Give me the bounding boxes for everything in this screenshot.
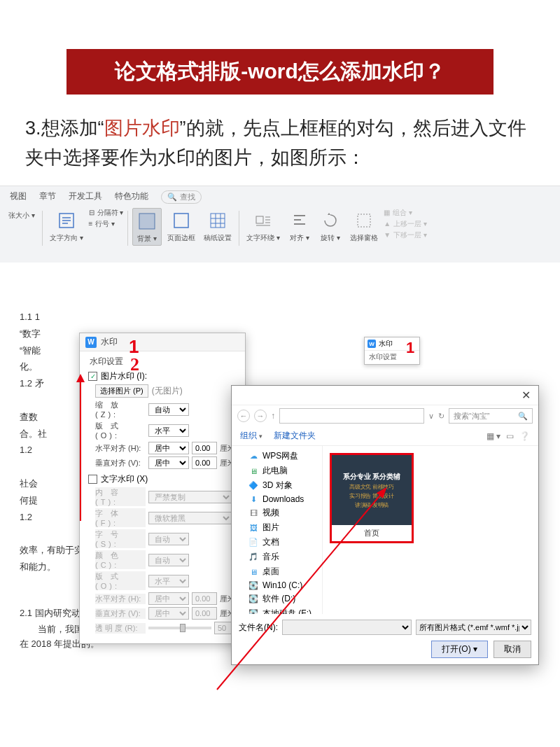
ribbon-divider-3 [239, 211, 239, 246]
nav-item-label: 文档 [262, 536, 279, 548]
page-border-icon [170, 209, 192, 232]
select-valign[interactable]: 居中 [148, 456, 189, 469]
rg-pageborder-label: 页面边框 [167, 233, 195, 243]
field-zoom: 缩 放 (Z): 自动 [95, 400, 239, 419]
ribbon-tab-dev[interactable]: 开发工具 [69, 190, 102, 204]
nav-item-icon: 🖥 [248, 466, 258, 476]
rg-rotate[interactable]: 旋转 ▾ [316, 208, 344, 244]
rg-textdir-label: 文字方向 ▾ [50, 233, 83, 243]
nav-item-2[interactable]: 🔷3D 对象 [232, 478, 322, 493]
ribbon-tab-chapter[interactable]: 章节 [39, 190, 56, 204]
rg-textdir[interactable]: 文字方向 ▾ [47, 208, 86, 244]
nav-item-11[interactable]: 💽本地磁盘 (F:) [232, 606, 322, 614]
rg-size[interactable]: 张大小 ▾ [6, 208, 38, 222]
filename-input[interactable] [282, 620, 412, 635]
checkbox-text-watermark[interactable]: ✓ 文字水印 (X) [88, 473, 239, 485]
watermark-dialog: W 水印 水印设置 ✓ 图片水印 (I): 选择图片 (P) (无图片) 缩 放… [79, 333, 246, 644]
input-valign-val[interactable] [192, 456, 217, 469]
rg-separator[interactable]: ⊟分隔符 ▾ [89, 208, 124, 218]
nav-back-button[interactable]: ← [237, 410, 250, 422]
rg-grid-label: 稿纸设置 [204, 233, 232, 243]
group-icon: ▦ [384, 209, 390, 216]
file-thumbnail-selected[interactable]: 系分专业 系分类辅 高级文凭 前移技巧 实习报告 简历设计 讲演稿 发明稿 首页 [330, 453, 414, 543]
svg-rect-3 [211, 214, 225, 228]
rg-wrap[interactable]: 文字环绕 ▾ [244, 208, 283, 244]
fd-content[interactable]: 系分专业 系分类辅 高级文凭 前移技巧 实习报告 简历设计 讲演稿 发明稿 首页 [323, 446, 538, 614]
rg-layer-col: ▦组合 ▾ ▲上移一层 ▾ ▼下移一层 ▾ [384, 208, 427, 240]
lbl-color: 颜 色 (C): [95, 550, 146, 569]
dialog-buttons: 打开(O) ▾ 取消 [239, 641, 531, 658]
nav-item-icon: ☁ [248, 452, 258, 461]
fd-titlebar: ✕ [232, 386, 538, 405]
nav-item-0[interactable]: ☁WPS网盘 [232, 449, 322, 463]
nav-item-icon: 🖼 [248, 523, 258, 533]
view-icon[interactable]: ▦ ▾ [486, 431, 500, 441]
nav-item-icon: ⬇ [248, 494, 258, 504]
rg-align[interactable]: 对齐 ▾ [286, 208, 314, 244]
input-halign-val[interactable] [192, 442, 217, 454]
field-layout: 版 式 (O): 水平 [95, 421, 239, 440]
rg-group[interactable]: ▦组合 ▾ [384, 208, 427, 218]
rg-grid[interactable]: 稿纸设置 [201, 208, 234, 244]
select-image-button[interactable]: 选择图片 (P) [95, 384, 148, 398]
select-layout2: 水平 [148, 575, 189, 587]
nav-item-label: 视频 [262, 507, 279, 519]
page-banner: 论文格式排版-word怎么添加水印？ [66, 49, 493, 95]
select-halign[interactable]: 居中 [148, 442, 189, 454]
nav-item-label: 本地磁盘 (F:) [262, 608, 312, 614]
lbl-size: 字 号 (S): [95, 529, 146, 548]
nav-item-4[interactable]: 🎞视频 [232, 505, 322, 520]
rg-linenum[interactable]: ≡行号 ▾ [89, 219, 124, 229]
checkbox-unchecked-icon: ✓ [88, 475, 97, 484]
lbl-halign2: 水平对齐 (H): [95, 594, 146, 604]
address-bar[interactable] [279, 408, 424, 424]
rg-wrap-label: 文字环绕 ▾ [246, 233, 280, 243]
nav-item-9[interactable]: 💽Win10 (C:) [232, 579, 322, 592]
instruction-highlight: 图片水印 [104, 118, 180, 139]
rg-background[interactable]: 背景 ▾ [132, 208, 162, 246]
setting-head: 水印设置 [90, 356, 239, 368]
fd-address-bar-row: ← → ↑ ∨ ↻ 搜索“淘宝” 🔍 [232, 405, 538, 426]
nav-item-8[interactable]: 🖥桌面 [232, 564, 322, 579]
open-button[interactable]: 打开(O) ▾ [431, 641, 488, 658]
toolbar-organize[interactable]: 组织 [240, 430, 262, 442]
rg-down[interactable]: ▼下移一层 ▾ [384, 230, 427, 240]
nav-item-7[interactable]: 🎵音乐 [232, 550, 322, 564]
ribbon-tab-features[interactable]: 特色功能 [115, 190, 148, 204]
file-search-input[interactable]: 搜索“淘宝” 🔍 [449, 408, 533, 424]
search-label: 查找 [180, 192, 195, 202]
nav-item-label: 桌面 [262, 566, 279, 578]
cancel-button[interactable]: 取消 [493, 641, 531, 658]
help-icon[interactable]: ❔ [519, 431, 530, 441]
rg-pageborder[interactable]: 页面边框 [164, 208, 198, 244]
thumb-line1: 系分专业 系分类辅 [343, 472, 401, 482]
select-halign2: 居中 [148, 592, 189, 605]
up-label: 上移一层 ▾ [393, 219, 427, 229]
select-color: 自动 [148, 554, 189, 566]
ribbon-search[interactable]: 🔍 查找 [161, 190, 202, 204]
ribbon-tab-view[interactable]: 视图 [10, 190, 27, 204]
close-button[interactable]: ✕ [516, 389, 536, 402]
nav-forward-button[interactable]: → [254, 410, 267, 422]
nav-item-1[interactable]: 🖥此电脑 [232, 463, 322, 478]
filetype-select[interactable]: 所有图片格式 (*.emf *.wmf *.jp [416, 620, 531, 635]
pane-icon[interactable]: ▭ [506, 431, 514, 441]
nav-up-icon[interactable]: ↑ [271, 411, 275, 421]
checkbox-checked-icon: ✓ [88, 372, 97, 381]
select-zoom[interactable]: 自动 [148, 403, 189, 416]
fd-bottom: 文件名(N): 所有图片格式 (*.emf *.wmf *.jp 打开(O) ▾… [232, 614, 538, 664]
callout-marker-mini: 1 [406, 339, 414, 357]
checkbox-image-watermark[interactable]: ✓ 图片水印 (I): [88, 370, 239, 382]
rg-up[interactable]: ▲上移一层 ▾ [384, 219, 427, 229]
nav-item-3[interactable]: ⬇Downloads [232, 493, 322, 505]
select-layout[interactable]: 水平 [148, 424, 189, 437]
nav-item-5[interactable]: 🖼图片 [232, 520, 322, 535]
up-layer-icon: ▲ [384, 220, 391, 228]
p1: 1.1 1 [20, 310, 496, 325]
rg-select[interactable]: 选择窗格 [347, 208, 381, 244]
address-dropdown-icon[interactable]: ∨ ↻ [428, 412, 444, 421]
wps-badge-icon: W [85, 337, 97, 348]
toolbar-newfolder[interactable]: 新建文件夹 [274, 430, 316, 442]
nav-item-10[interactable]: 💽软件 (D:) [232, 592, 322, 606]
nav-item-6[interactable]: 📄文档 [232, 535, 322, 550]
